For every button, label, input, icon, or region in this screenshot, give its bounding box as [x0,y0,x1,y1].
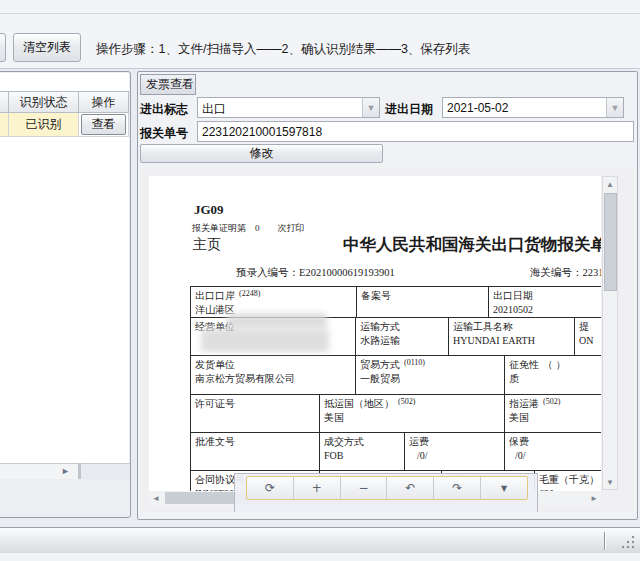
recognition-list-panel: 识别状态 操作 已识别 查看 ► [0,71,131,518]
cell-transport-mode: 运输方式 水路运输 [356,318,449,356]
customs-number: 海关编号：22312 [530,266,601,280]
rotate-right-icon: ↷ [452,481,462,495]
grid-header-status[interactable]: 识别状态 [9,91,79,113]
cell-trade-mode: 贸易方式(0110) 一般贸易 [356,356,505,395]
cell-destination-country: 抵运国（地区）(502) 美国 [320,395,505,433]
list-hscrollbar-corner [81,463,130,479]
partial-button[interactable] [0,33,6,62]
cell-approval-no: 批准文号 [191,433,320,471]
cell-license-no: 许可证号 [191,395,320,433]
resize-grip-icon[interactable] [622,536,635,549]
zoom-out-icon: − [359,481,369,495]
pre-entry-number: 预录入编号：E20210000619193901 [236,266,395,280]
cell-bill-of-lading: 提 ON [575,318,601,356]
more-options-button[interactable]: ▼ [481,477,527,499]
direction-value: 出口 [202,101,226,118]
cell-freight: 运费 /0/ [405,433,505,471]
action-cell: 查看 [79,113,129,137]
operation-steps-text: 操作步骤：1、文件/扫描导入——2、确认识别结果——3、保存列表 [96,41,470,58]
cell-destination-port: 指运港(502) 美国 [505,395,601,433]
rotate-icon: ⟳ [265,481,275,495]
document-viewer[interactable]: JG09 报关单证明第 0 次打印 主页 中华人民共和国海关出口货物报关单 预录… [140,167,634,512]
zoom-in-icon: + [312,481,322,495]
redaction-blur [201,329,329,352]
row-selector-cell[interactable] [0,113,9,137]
window-bottom-strip [0,553,640,561]
window-top-strip [0,0,640,14]
viewer-toolbar: ⟳ + − ↶ ↷ ▼ [246,476,528,500]
document-title: 中华人民共和国海关出口货物报关单 [343,234,601,256]
cell-transaction-mode: 成交方式 FOB [320,433,405,471]
rotate-left-button[interactable]: ↶ [387,477,434,499]
page-label: 主页 [193,236,221,254]
scroll-right-icon[interactable]: ► [61,466,70,476]
customs-declaration-document: JG09 报关单证明第 0 次打印 主页 中华人民共和国海关出口货物报关单 预录… [149,176,601,498]
scroll-left-icon[interactable]: ◄ [149,491,163,505]
redaction-blur [227,313,327,329]
chevron-down-icon[interactable]: ▼ [606,98,623,117]
direction-combobox[interactable]: 出口 ▼ [197,97,380,118]
groupbox-caption: 发票查看 [140,74,196,95]
zoom-in-button[interactable]: + [294,477,341,499]
list-hscrollbar[interactable]: ► [0,463,78,479]
statusbar-separator [604,532,605,550]
declaration-no-input[interactable] [197,121,634,142]
doc-row-5: 批准文号 成交方式 FOB 运费 /0/ 保费 /0/ [190,433,601,471]
cell-consignor: 发货单位 南京松方贸易有限公司 [191,356,356,395]
declaration-no-label: 报关单号 [140,125,188,142]
cell-record-no: 备案号 [357,286,489,318]
scroll-right-icon[interactable]: ► [587,491,601,505]
doc-row-3: 发货单位 南京松方贸易有限公司 贸易方式(0110) 一般贸易 征免性（ ） 质 [190,356,601,395]
modify-button[interactable]: 修改 [140,144,383,163]
form-code: JG09 [194,202,224,218]
cell-exemption-nature: 征免性（ ） 质 [505,356,601,395]
cell-insurance: 保费 /0/ [505,433,601,471]
vscroll-thumb[interactable] [604,193,617,291]
date-label: 进出日期 [385,101,433,118]
rotate-refresh-button[interactable]: ⟳ [247,477,294,499]
chevron-down-icon: ▼ [501,484,507,493]
scroll-down-icon[interactable]: ▼ [603,475,617,489]
cell-vessel-name: 运输工具名称 HYUNDAI EARTH [449,318,575,356]
viewer-vscrollbar[interactable]: ▲ ▼ [602,176,618,490]
scroll-up-icon[interactable]: ▲ [603,177,617,191]
doc-row-4: 许可证号 抵运国（地区）(502) 美国 指运港(502) 美国 [190,395,601,433]
direction-label: 进出标志 [140,101,188,118]
clear-list-button[interactable]: 清空列表 [13,33,81,62]
grid-header-action[interactable]: 操作 [79,91,129,113]
rotate-left-icon: ↶ [405,481,415,495]
invoice-view-groupbox: 发票查看 进出标志 出口 ▼ 进出日期 2021-05-02 ▼ 报关单号 修改… [137,71,638,520]
command-bar: 清空列表 操作步骤：1、文件/扫描导入——2、确认识别结果——3、保存列表 [0,14,640,69]
status-bar [0,527,640,553]
date-combobox[interactable]: 2021-05-02 ▼ [442,97,624,118]
grid-header-rowselector [0,91,9,113]
zoom-out-button[interactable]: − [341,477,388,499]
print-note: 报关单证明第 0 次打印 [192,222,305,235]
view-button[interactable]: 查看 [81,114,126,135]
status-cell[interactable]: 已识别 [9,113,79,137]
chevron-down-icon[interactable]: ▼ [362,98,379,117]
date-value: 2021-05-02 [447,101,508,115]
cell-export-date: 出口日期 20210502 [489,286,601,318]
rotate-right-button[interactable]: ↷ [434,477,481,499]
